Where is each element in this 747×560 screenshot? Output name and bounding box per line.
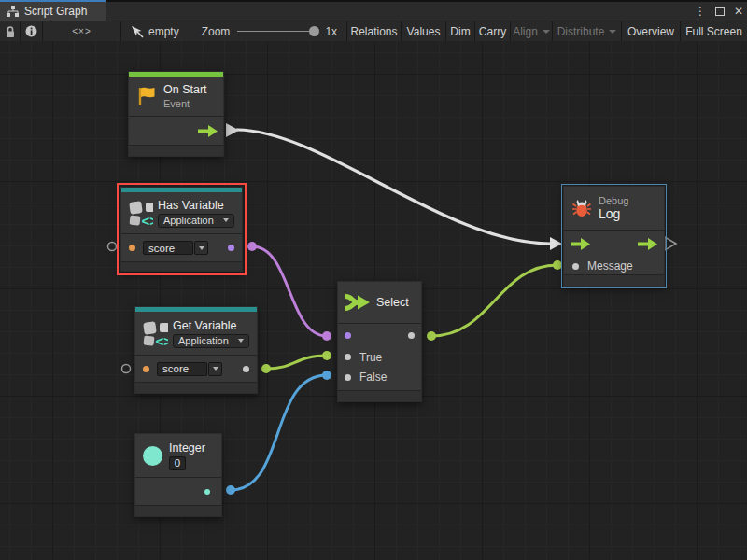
window-maximize-icon[interactable] — [715, 7, 725, 16]
node-footer — [135, 505, 221, 516]
output-port-result[interactable] — [228, 245, 234, 251]
node-title: Select — [376, 296, 409, 309]
input-port-true[interactable] — [345, 354, 351, 360]
lock-button[interactable] — [0, 21, 21, 41]
graph-pointer-icon — [131, 25, 144, 38]
variable-scope-dropdown[interactable]: Application — [173, 334, 249, 348]
variable-name-field[interactable]: score — [143, 241, 193, 255]
zoom-slider[interactable] — [237, 31, 316, 32]
code-view-button[interactable]: <×> — [43, 21, 121, 41]
integer-value: 0 — [175, 457, 180, 469]
bug-icon — [571, 198, 592, 218]
variable-name-dropdown[interactable] — [194, 241, 208, 255]
node-subtitle: Event — [163, 98, 207, 109]
port-label-false: False — [359, 371, 387, 384]
variable-name-dropdown[interactable] — [208, 362, 222, 376]
tab-script-graph[interactable]: Script Graph — [0, 2, 106, 21]
select-merge-icon — [345, 292, 370, 313]
flow-output-port[interactable] — [198, 125, 218, 137]
node-title: Get Variable — [173, 319, 249, 332]
node-title: Integer — [169, 441, 205, 455]
port-label-true: True — [359, 351, 382, 364]
wire-onstart-to-log[interactable] — [236, 130, 550, 244]
graph-canvas[interactable]: On Start Event <> Has Variable — [0, 41, 747, 560]
zoom-label: Zoom — [202, 25, 231, 38]
wire-select-to-log-message[interactable] — [431, 265, 557, 336]
input-port-false[interactable] — [345, 374, 351, 381]
titlebar: Script Graph ⋮ ✕ — [0, 0, 747, 21]
wire-getvariable-to-select-true[interactable] — [266, 356, 327, 369]
variable-scope-dropdown[interactable]: Application — [158, 214, 234, 228]
output-port-value[interactable] — [243, 366, 249, 372]
distribute-button[interactable]: Distribute — [553, 21, 622, 41]
flow-input-arrow-log[interactable] — [550, 237, 562, 250]
unconnected-port-getvariable[interactable] — [122, 365, 131, 373]
code-icon: <×> — [72, 26, 92, 36]
carry-label: Carry — [479, 25, 506, 38]
wire-end-dot[interactable] — [226, 485, 235, 495]
wire-end-dot[interactable] — [261, 364, 271, 373]
caret-down-icon — [238, 339, 244, 343]
node-select[interactable]: Select True False — [337, 281, 422, 402]
tab-title: Script Graph — [24, 5, 87, 18]
variable-name-value: score — [162, 363, 189, 374]
node-get-variable[interactable]: <> Get Variable Application score — [134, 306, 258, 394]
wire-end-dot[interactable] — [322, 331, 331, 341]
variable-name-value: score — [148, 243, 175, 254]
node-on-start[interactable]: On Start Event — [128, 71, 224, 157]
flow-input-port[interactable] — [571, 238, 590, 250]
info-button[interactable] — [21, 21, 43, 41]
flow-output-port[interactable] — [638, 238, 657, 250]
window-close-icon[interactable]: ✕ — [734, 5, 743, 18]
distribute-label: Distribute — [557, 25, 605, 38]
window-menu-icon[interactable]: ⋮ — [695, 5, 706, 18]
flow-output-arrow-onstart[interactable] — [226, 123, 239, 137]
unconnected-port-hasvariable[interactable] — [108, 243, 117, 251]
carry-button[interactable]: Carry — [475, 21, 511, 41]
wire-end-dot[interactable] — [247, 242, 257, 251]
wire-hasvariable-to-select[interactable] — [252, 246, 327, 336]
zoom-slider-handle[interactable] — [309, 26, 319, 36]
unconnected-flow-output-log[interactable] — [665, 237, 676, 250]
overview-button[interactable]: Overview — [622, 21, 681, 41]
node-footer — [129, 145, 223, 156]
input-port-name[interactable] — [143, 366, 149, 372]
caret-down-icon — [543, 30, 550, 34]
overview-label: Overview — [627, 25, 674, 38]
svg-text:<>: <> — [156, 333, 169, 347]
variable-scope-value: Application — [163, 215, 214, 226]
caret-down-icon — [609, 30, 616, 34]
full-screen-button[interactable]: Full Screen — [681, 21, 747, 41]
integer-icon — [143, 446, 162, 466]
align-button[interactable]: Align — [511, 21, 553, 41]
integer-value-field[interactable]: 0 — [169, 456, 186, 470]
input-port-name[interactable] — [129, 245, 135, 251]
node-debug-log[interactable]: Debug Log Message — [563, 186, 665, 287]
node-has-variable[interactable]: <> Has Variable Application score — [120, 187, 243, 272]
caret-down-icon — [199, 246, 204, 250]
values-button[interactable]: Values — [402, 21, 446, 41]
node-footer — [135, 382, 257, 393]
wire-end-dot[interactable] — [322, 371, 331, 380]
wire-end-dot[interactable] — [553, 260, 562, 270]
input-port-message[interactable] — [572, 263, 579, 270]
node-footer — [338, 390, 421, 401]
node-title: Log — [599, 206, 628, 221]
zoom-value: 1x — [325, 25, 337, 38]
node-integer[interactable]: Integer 0 — [134, 433, 222, 517]
wire-end-dot[interactable] — [322, 351, 331, 360]
variable-name-field[interactable]: score — [157, 362, 207, 376]
variable-scope-value: Application — [178, 335, 229, 346]
node-category: Debug — [599, 195, 628, 206]
info-icon — [25, 25, 37, 37]
relations-button[interactable]: Relations — [347, 21, 402, 41]
graph-context-segment: empty Zoom 1x — [121, 21, 347, 41]
input-port-condition[interactable] — [345, 332, 351, 339]
variables-icon: <> — [143, 320, 168, 347]
dim-button[interactable]: Dim — [446, 21, 475, 41]
full-screen-label: Full Screen — [685, 25, 742, 38]
output-port-value[interactable] — [204, 489, 210, 495]
output-port-selection[interactable] — [408, 332, 415, 339]
node-footer — [564, 274, 664, 286]
wire-end-dot[interactable] — [427, 331, 436, 341]
